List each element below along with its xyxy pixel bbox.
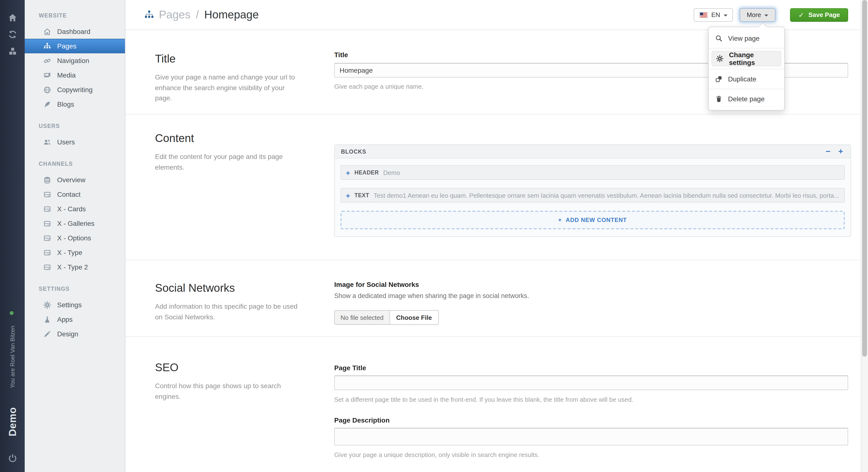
breadcrumb-section[interactable]: Pages [159, 8, 190, 21]
page-title-input[interactable] [334, 376, 848, 390]
section-content: Content Edit the content for your page a… [125, 114, 868, 260]
flask-icon [43, 315, 51, 323]
gear-icon [43, 301, 51, 309]
section-title-intro: Title Give your page a name and change y… [155, 30, 334, 114]
sidebar-group-website: WEBSITE Dashboard Pages Navigation Media… [25, 12, 125, 112]
link-icon [43, 56, 51, 65]
block-value: Demo [383, 169, 839, 176]
section-content-intro: Content Edit the content for your page a… [155, 114, 334, 260]
collapse-blocks-button[interactable]: − [825, 147, 831, 155]
sidebar-item-settings[interactable]: Settings [25, 298, 125, 312]
sidebar-item-navigation[interactable]: Navigation [25, 53, 125, 68]
section-social-networks: Social Networks Add information to this … [125, 260, 868, 336]
block-row-text[interactable]: + TEXT Test demo1 Aenean eu leo quam. Pe… [341, 188, 844, 203]
add-new-content-button[interactable]: + ADD NEW CONTENT [341, 211, 844, 229]
more-dropdown-menu: View page Change settings Duplicate Dele… [708, 27, 785, 111]
social-image-label: Image for Social Networks [334, 281, 848, 288]
block-row-header[interactable]: + HEADER Demo [341, 165, 844, 180]
blocks-panel: BLOCKS − + + HEADER Demo + TEXT [334, 144, 851, 237]
app-root: You are Roel Van Bilzen Demo WEBSITE Das… [0, 0, 868, 472]
section-social-form: Image for Social Networks Show a dedicat… [334, 260, 848, 336]
sidebar-item-x-type[interactable]: X - Type [25, 245, 125, 260]
sidebar-item-x-cards[interactable]: X - Cards [25, 202, 125, 216]
sidebar-item-pages[interactable]: Pages [25, 39, 125, 53]
card-icon [43, 205, 51, 213]
section-description: Control how this page shows up to search… [155, 381, 300, 402]
menu-item-duplicate[interactable]: Duplicate [709, 69, 784, 89]
chevron-down-icon [723, 14, 727, 19]
blocks-icon[interactable] [0, 47, 25, 56]
section-heading: SEO [155, 361, 334, 374]
sidebar-item-dashboard[interactable]: Dashboard [25, 24, 125, 39]
sidebar-item-x-galleries[interactable]: X - Galleries [25, 216, 125, 231]
app-rail: You are Roel Van Bilzen Demo [0, 0, 25, 472]
sidebar-item-users[interactable]: Users [25, 135, 125, 149]
sidebar-item-x-type-2[interactable]: X - Type 2 [25, 260, 125, 274]
card-icon [43, 219, 51, 228]
page-scrollbar [861, 0, 868, 472]
page-title: Homepage [204, 8, 259, 21]
section-seo: SEO Control how this page shows up to se… [125, 336, 868, 472]
menu-item-view-page[interactable]: View page [709, 29, 784, 48]
language-select-button[interactable]: EN [693, 8, 733, 22]
section-description: Add information to this specific page to… [155, 301, 300, 323]
sidebar-section-label: SETTINGS [25, 286, 125, 293]
choose-file-button[interactable]: Choose File [390, 311, 438, 324]
topbar: Pages / Homepage EN More ✓ Save Page [125, 0, 868, 30]
expand-blocks-button[interactable]: + [837, 147, 844, 155]
menu-item-change-settings[interactable]: Change settings [712, 51, 781, 66]
gear-icon [716, 55, 724, 62]
home-icon[interactable] [0, 13, 25, 23]
check-icon: ✓ [798, 11, 804, 19]
sidebar-group-settings: SETTINGS Settings Apps Design [25, 286, 125, 341]
plus-icon: + [346, 191, 350, 199]
chevron-down-icon [764, 14, 768, 19]
breadcrumb: Pages / Homepage [144, 8, 693, 21]
page-description-textarea[interactable] [334, 428, 848, 445]
save-page-button[interactable]: ✓ Save Page [790, 8, 848, 22]
search-icon [715, 34, 723, 42]
sidebar-section-label: WEBSITE [25, 12, 125, 19]
sidebar-item-copywriting[interactable]: Copywriting [25, 82, 125, 97]
sidebar-item-media[interactable]: Media [25, 68, 125, 82]
sitemap-icon [43, 42, 51, 50]
sidebar-item-design[interactable]: Design [25, 327, 125, 341]
users-icon [43, 138, 51, 146]
section-seo-intro: SEO Control how this page shows up to se… [155, 337, 334, 472]
logged-in-user-label: You are Roel Van Bilzen [0, 326, 25, 388]
file-input[interactable]: No file selected Choose File [334, 310, 439, 325]
more-button[interactable]: More [739, 8, 775, 22]
section-content-form: BLOCKS − + + HEADER Demo + TEXT [334, 114, 851, 260]
media-icon [43, 71, 51, 79]
section-heading: Title [155, 52, 334, 65]
card-icon [43, 248, 51, 257]
page-description-label: Page Description [334, 416, 848, 424]
sidebar-item-blogs[interactable]: Blogs [25, 97, 125, 112]
us-flag-icon [699, 12, 708, 18]
sidebar-item-x-options[interactable]: X - Options [25, 231, 125, 245]
card-icon [43, 190, 51, 199]
sidebar-item-apps[interactable]: Apps [25, 312, 125, 327]
menu-item-delete-page[interactable]: Delete page [709, 89, 784, 109]
blocks-panel-label: BLOCKS [341, 149, 825, 154]
plus-icon: + [558, 217, 562, 224]
sync-icon[interactable] [0, 30, 25, 39]
scrollbar-thumb[interactable] [862, 0, 867, 357]
block-type: TEXT [354, 193, 369, 198]
power-icon[interactable] [0, 453, 25, 463]
blocks-panel-body: + HEADER Demo + TEXT Test demo1 Aenean e… [335, 158, 850, 236]
sidebar-item-contact[interactable]: Contact [25, 187, 125, 202]
sidebar-group-users: USERS Users [25, 123, 125, 149]
sidebar-item-overview[interactable]: Overview [25, 173, 125, 187]
home-icon [43, 27, 51, 36]
block-type: HEADER [354, 170, 379, 175]
card-icon [43, 234, 51, 242]
sitemap-icon [144, 9, 155, 20]
section-heading: Content [155, 132, 334, 145]
language-code: EN [711, 11, 720, 19]
brand-label: Demo [0, 407, 25, 436]
sidebar: WEBSITE Dashboard Pages Navigation Media… [25, 0, 125, 472]
sidebar-section-label: CHANNELS [25, 161, 125, 168]
page-description-helper: Give your page a unique description, onl… [334, 451, 848, 459]
page-title-helper: Set a different page title to be used in… [334, 396, 848, 403]
